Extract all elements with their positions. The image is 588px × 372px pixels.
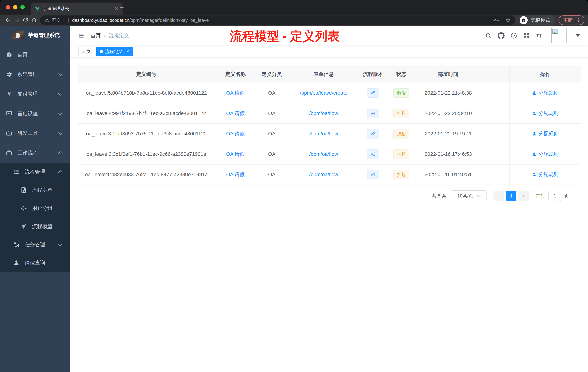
form-link[interactable]: /bpm/oa/leave/create <box>300 90 347 96</box>
browser-menu-kebab-icon[interactable]: ⋮ <box>576 17 581 23</box>
definition-name-link[interactable]: OA 请假 <box>226 90 245 96</box>
form-link[interactable]: /bpm/oa/flow <box>309 151 338 157</box>
incognito-label: 无痕模式 <box>531 17 550 23</box>
goto-page-input[interactable] <box>548 191 561 201</box>
sidebar-item-label: 基础设施 <box>17 110 38 117</box>
new-tab-button[interactable]: + <box>120 4 124 11</box>
reload-icon[interactable] <box>21 16 30 25</box>
version-badge: v4 <box>367 109 379 118</box>
toolbox-icon <box>6 130 12 136</box>
address-bar[interactable]: 不安全 dashboard.yudao.iocoder.cn/bpm/manag… <box>40 15 515 25</box>
sidebar: 芋道管理系统 首页 系统管理 ¥ 支付管理 <box>0 26 70 372</box>
minimize-window-button[interactable] <box>13 5 17 10</box>
back-icon[interactable] <box>4 16 12 25</box>
form-link[interactable]: /bpm/oa/flow <box>309 172 338 177</box>
sidebar-item-label: 任务管理 <box>25 241 45 248</box>
sidebar-item-user-groups[interactable]: 用户分组 <box>0 199 70 217</box>
next-page-button[interactable]: › <box>518 191 529 201</box>
sidebar-item-dev-tools[interactable]: 研发工具 <box>0 123 70 143</box>
pagination: 共 5 条 10条/页 ‹ 1 › 前往 页 <box>78 190 569 201</box>
sidebar-item-process-management[interactable]: 流程管理 <box>0 163 70 181</box>
col-header: 状态 <box>386 71 416 78</box>
tab-close-icon[interactable]: ✕ <box>114 6 119 11</box>
sidebar-item-process-model[interactable]: 流程模型 <box>0 217 70 236</box>
zoom-window-button[interactable] <box>20 5 25 10</box>
sidebar-item-label: 首页 <box>17 51 28 58</box>
tag-home[interactable]: 首页 <box>78 47 94 56</box>
sidebar-item-task-management[interactable]: 任务管理 <box>0 236 70 254</box>
assign-rule-button[interactable]: 分配规则 <box>532 130 559 137</box>
sidebar-item-leave-query[interactable]: 请假查询 <box>0 254 70 272</box>
sidebar-item-process-form[interactable]: 流程表单 <box>0 181 70 199</box>
page-number-1[interactable]: 1 <box>506 191 516 201</box>
definition-name-link[interactable]: OA 请假 <box>226 131 245 136</box>
assign-rule-button[interactable]: 分配规则 <box>532 151 559 158</box>
form-link[interactable]: /bpm/oa/flow <box>309 131 338 136</box>
version-badge: v3 <box>367 129 379 139</box>
table-row: oa_leave:5:004b710b-7b8a-11ec-8ef0-acde4… <box>78 83 581 103</box>
browser-tab[interactable]: 芋道管理系统 ✕ <box>31 2 123 15</box>
avatar-caret-down-icon[interactable] <box>576 34 580 37</box>
avatar[interactable] <box>551 28 567 43</box>
sidebar-item-workflow[interactable]: 工作流程 <box>0 143 70 163</box>
search-icon[interactable] <box>485 32 492 39</box>
home-icon[interactable] <box>30 16 39 25</box>
active-tag-dot <box>100 50 103 53</box>
monitor-check-icon <box>6 110 12 117</box>
version-badge: v5 <box>367 88 379 98</box>
page-unit-label: 页 <box>564 193 569 199</box>
status-badge: 挂起 <box>393 109 409 118</box>
sidebar-item-infrastructure[interactable]: 基础设施 <box>0 104 70 123</box>
definition-name-link[interactable]: OA 请假 <box>226 110 245 116</box>
table-row: oa_leave:3:1fad3d93-7b75-11ec-a3c8-acde4… <box>78 124 581 144</box>
bookmark-star-icon[interactable] <box>505 17 511 23</box>
definition-id: oa_leave:2:3c1f0ef1-76b1-11ec-9c66-a2380… <box>78 151 215 157</box>
sidebar-item-home[interactable]: 首页 <box>0 45 70 65</box>
tag-process-definition[interactable]: 流程定义 ✕ <box>96 47 133 56</box>
breadcrumb-separator: / <box>104 33 105 39</box>
forward-icon[interactable] <box>12 16 21 25</box>
page-size-select[interactable]: 10条/页 <box>451 190 487 201</box>
sidebar-item-label: 工作流程 <box>17 149 38 156</box>
definition-id: oa_leave:5:004b710b-7b8a-11ec-8ef0-acde4… <box>78 90 215 96</box>
chevron-down-icon <box>58 111 62 115</box>
tags-view-bar: 首页 流程定义 ✕ <box>70 45 588 58</box>
col-header: 定义名称 <box>215 71 256 78</box>
definition-name-link[interactable]: OA 请假 <box>226 151 245 157</box>
breadcrumb-home[interactable]: 首页 <box>91 32 101 39</box>
definition-id: oa_leave:1:482ec033-762a-11ec-8477-a2380… <box>78 172 215 177</box>
traffic-lights <box>6 5 25 10</box>
github-icon[interactable] <box>497 32 505 39</box>
sidebar-toggle-hamburger-icon[interactable] <box>78 33 84 39</box>
assign-rule-button[interactable]: 分配规则 <box>532 110 559 117</box>
sidebar-item-label: 流程模型 <box>32 223 52 230</box>
definition-category: OA <box>256 131 287 137</box>
form-link[interactable]: /bpm/oa/flow <box>309 110 338 116</box>
browser-toolbar: 不安全 dashboard.yudao.iocoder.cn/bpm/manag… <box>0 15 588 26</box>
close-window-button[interactable] <box>6 5 10 10</box>
sidebar-item-payment[interactable]: ¥ 支付管理 <box>0 84 70 104</box>
incognito-badge: 无痕模式 <box>519 15 555 26</box>
tag-label: 首页 <box>82 49 91 55</box>
breadcrumb-current: 流程定义 <box>109 32 129 39</box>
update-browser-button[interactable]: 更新 ⋮ <box>558 15 584 25</box>
tag-close-icon[interactable]: ✕ <box>126 49 129 54</box>
browser-chrome: 芋道管理系统 ✕ + 不安全 d <box>0 0 588 26</box>
definition-name-link[interactable]: OA 请假 <box>226 172 245 177</box>
font-size-icon[interactable]: TT <box>536 32 543 39</box>
briefcase-icon <box>6 150 12 156</box>
assign-rule-button[interactable]: 分配规则 <box>532 171 559 178</box>
assign-rule-button[interactable]: 分配规则 <box>532 89 559 97</box>
status-badge: 挂起 <box>393 170 409 179</box>
help-question-icon[interactable]: ? <box>510 32 517 39</box>
sidebar-item-label: 支付管理 <box>17 90 38 97</box>
password-key-icon[interactable] <box>494 17 499 23</box>
fullscreen-icon[interactable] <box>523 32 530 39</box>
definition-table: 定义编号 定义名称 定义分类 表单信息 流程版本 状态 部署时间 操作 oa_l… <box>78 66 581 185</box>
sidebar-item-system[interactable]: 系统管理 <box>0 65 70 84</box>
prev-page-button[interactable]: ‹ <box>494 191 504 201</box>
definition-category: OA <box>256 90 287 96</box>
page-content: 定义编号 定义名称 定义分类 表单信息 流程版本 状态 部署时间 操作 oa_l… <box>70 58 588 201</box>
site-favicon-leaf-icon <box>34 6 40 11</box>
gear-icon <box>6 71 12 77</box>
